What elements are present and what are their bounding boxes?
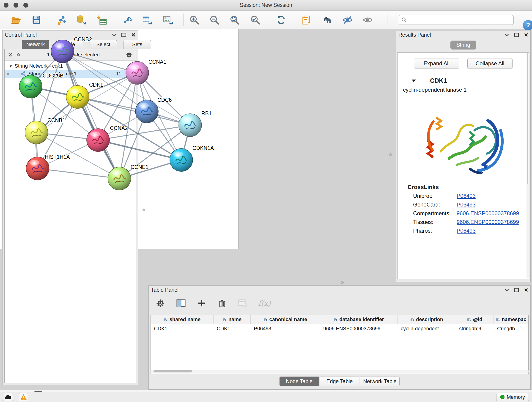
network-node-ccna1[interactable] — [126, 61, 149, 84]
network-node-label: CCNB1 — [47, 117, 65, 123]
network-node-label: CCNA2 — [110, 125, 128, 131]
network-node-cdk1[interactable] — [66, 85, 89, 108]
results-scrollbar[interactable] — [526, 53, 529, 278]
network-edge[interactable] — [63, 51, 119, 179]
tab-node-table[interactable]: Node Table — [279, 376, 319, 386]
network-node-ccnb1[interactable] — [25, 121, 48, 144]
table-cell[interactable]: stringdb:9... — [456, 324, 494, 333]
float-panel-icon[interactable] — [514, 33, 519, 37]
results-panel-title: Results Panel — [399, 32, 431, 38]
crosslink-link[interactable]: 9606.ENSP00000378699 — [457, 219, 519, 225]
refresh-icon[interactable] — [274, 13, 288, 27]
warning-icon[interactable] — [19, 393, 28, 401]
column-header[interactable]: @id — [456, 315, 494, 324]
crosslink-row: Compartments: 9606.ENSP00000378699 — [398, 208, 529, 217]
vertical-splitter-handle[interactable] — [143, 209, 145, 211]
table-horizontal-scrollbar[interactable] — [151, 370, 529, 373]
panel-menu-chevron-icon[interactable] — [505, 33, 509, 36]
search-box[interactable] — [399, 15, 514, 25]
column-header[interactable]: name — [214, 315, 251, 324]
network-edge[interactable] — [78, 97, 190, 125]
network-node-cdc6[interactable] — [135, 100, 158, 123]
column-header[interactable]: database identifier — [320, 315, 398, 324]
show-column-icon[interactable] — [176, 298, 186, 308]
protein-section-expander-icon[interactable] — [411, 79, 416, 83]
string-results-card: Expand All Collapse All CDK1 cyclin-depe… — [397, 52, 529, 279]
close-panel-icon[interactable]: × — [524, 287, 528, 293]
network-node-ccnb2[interactable] — [51, 40, 74, 63]
search-input[interactable] — [409, 17, 511, 23]
crosslinks-heading: CrossLinks — [398, 178, 529, 191]
column-header[interactable]: description — [398, 315, 456, 324]
crosslink-label: Pharos: — [413, 228, 457, 234]
status-bar: Memory — [0, 392, 532, 402]
float-panel-icon[interactable] — [514, 288, 519, 292]
table-cell[interactable]: P06493 — [251, 324, 320, 333]
crosslink-row: Pharos: P06493 — [398, 225, 529, 234]
sort-column-icon — [222, 317, 227, 322]
sort-column-icon — [263, 317, 267, 322]
show-eye-icon[interactable] — [361, 13, 374, 27]
crosslink-row: Tissues: 9606.ENSP00000378699 — [398, 217, 529, 225]
network-node-ccna2[interactable] — [87, 128, 109, 152]
hide-selected-eye-slash-icon[interactable] — [341, 13, 354, 27]
app-window: Session: New Session — [0, 0, 532, 402]
crosslink-link[interactable]: P06493 — [457, 228, 476, 234]
network-node-label: CDC25B — [43, 73, 63, 79]
network-node-rb1[interactable] — [179, 114, 202, 137]
sort-column-icon — [496, 317, 500, 322]
network-edge[interactable] — [63, 51, 137, 73]
expand-all-button[interactable]: Expand All — [414, 58, 459, 69]
network-node-ccne1[interactable] — [108, 167, 131, 190]
network-canvas[interactable]: CCNB2CCNA1CDC25BCDK1CDC6RB1CCNB1CCNA2CDK… — [0, 0, 238, 236]
close-window-button[interactable] — [4, 3, 8, 7]
home-icon[interactable] — [320, 13, 334, 27]
table-cell[interactable]: stringdb — [494, 324, 528, 333]
crosslink-label: GeneCard: — [413, 201, 457, 208]
crosslink-link[interactable]: P06493 — [457, 201, 476, 208]
zoom-selected-icon[interactable] — [249, 13, 262, 27]
network-node-label: CCNA1 — [148, 59, 166, 65]
function-builder-fx-icon[interactable]: f(x) — [258, 299, 271, 307]
sort-column-icon — [467, 317, 471, 322]
table-cell[interactable]: cyclin-dependent ... — [398, 324, 456, 333]
create-column-plus-icon[interactable] — [196, 298, 207, 308]
memory-label: Memory — [507, 394, 525, 400]
crosslink-link[interactable]: 9606.ENSP00000378699 — [457, 210, 519, 217]
crosslink-link[interactable]: P06493 — [457, 193, 476, 199]
network-node-cdc25b[interactable] — [19, 75, 42, 98]
horizontal-splitter-handle[interactable] — [341, 281, 344, 284]
protein-structure-image — [418, 102, 509, 178]
collapse-all-button[interactable]: Collapse All — [467, 58, 513, 69]
table-cell[interactable]: CDK1 — [151, 324, 214, 333]
network-node-label: CDK1 — [89, 82, 103, 88]
memory-button[interactable]: Memory — [496, 393, 529, 401]
zoom-window-button[interactable] — [23, 3, 28, 7]
table-cell[interactable]: CDK1 — [214, 324, 251, 333]
help-icon[interactable]: ? — [523, 20, 532, 31]
network-view-panel: CCNB2CCNA1CDC25BCDK1CDC6RB1CCNB1CCNA2CDK… — [0, 0, 239, 249]
cloud-icon[interactable] — [3, 393, 13, 401]
panel-menu-chevron-icon[interactable] — [505, 288, 509, 292]
minimize-window-button[interactable] — [13, 3, 18, 7]
table-options-gear-icon[interactable] — [155, 298, 166, 308]
column-header[interactable]: shared name — [151, 315, 214, 324]
network-node-cdkn1a[interactable] — [170, 148, 193, 172]
delete-column-trash-icon[interactable] — [217, 298, 228, 308]
documents-icon[interactable] — [300, 13, 313, 27]
close-panel-icon[interactable]: × — [524, 32, 528, 38]
vertical-splitter-handle[interactable] — [389, 153, 392, 156]
string-results-tab[interactable]: String — [450, 41, 476, 50]
tab-network-table[interactable]: Network Table — [360, 376, 399, 386]
protein-description: cyclin-dependent kinase 1 — [398, 85, 529, 93]
sort-column-icon — [410, 317, 414, 322]
delete-table-icon[interactable] — [238, 298, 248, 308]
network-node-hist1h1a[interactable] — [26, 157, 49, 180]
column-header[interactable]: namespac — [494, 315, 528, 324]
memory-status-dot — [500, 395, 505, 399]
tab-edge-table[interactable]: Edge Table — [320, 376, 359, 386]
table-cell[interactable]: 9606.ENSP00000378699 — [320, 324, 398, 333]
network-edge[interactable] — [38, 168, 119, 179]
column-header[interactable]: canonical name — [251, 315, 320, 324]
crosslink-label: Tissues: — [413, 219, 457, 225]
